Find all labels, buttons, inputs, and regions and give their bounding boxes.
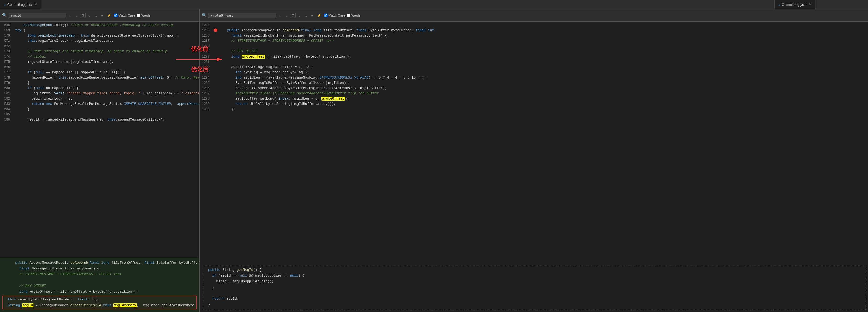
lc-577: if (null == mappedFile || mappedFile.isF…: [13, 70, 126, 75]
lc-1290: long wroteOffset = fileFromOffset + byte…: [218, 54, 351, 59]
code-line-574: 574 // global: [0, 54, 199, 59]
lc-1292: Supplier<String> msgIdSupplier = () -> {: [218, 65, 313, 70]
ln-1288: 1288: [199, 43, 213, 49]
lc-583: return new PutMessageResult(PutMessageSt…: [13, 101, 199, 106]
left-words-checkbox[interactable]: [137, 14, 140, 17]
left-search-tb3[interactable]: ↕↕: [93, 13, 98, 18]
left-bottom-line4: [0, 277, 199, 283]
left-words-option[interactable]: Words: [137, 14, 150, 17]
code-line-1289: 1289 // PHY OFFSET: [199, 49, 868, 54]
right-match-case-checkbox[interactable]: [324, 14, 328, 17]
code-line-1288: 1288: [199, 43, 868, 49]
left-bottom-lc6: long wroteOffset = fileFromOffset + byte…: [13, 289, 138, 295]
tab-row: ☕ CommitLog.java × ☕ CommitLog.java ×: [0, 0, 868, 9]
right-search-input[interactable]: [211, 13, 274, 17]
lc-1300: };: [218, 106, 235, 112]
code-line-584: 584 }: [0, 106, 199, 112]
lc-1299: return UtilAll.bytes2string(msgIdBuffer.…: [218, 101, 336, 106]
right-search-filter[interactable]: ⚡: [316, 13, 322, 18]
search-bars-row: 🔍 ↑ ↓ ⊡ ↕ ↕↕ ≡ ⚡ Match Case Words 🔍: [0, 9, 868, 22]
right-words-option[interactable]: Words: [347, 14, 360, 17]
ln-1293: 1293: [199, 70, 213, 75]
left-search-tb2[interactable]: ↕: [87, 13, 91, 18]
code-line-1297: 1297 msgIdBuffer.clear();//because socke…: [199, 91, 868, 96]
right-editor-pane: 1284 1285 🔴 public AppendMessageResult d…: [199, 22, 868, 312]
lc-568: putMessageLock.lock(); //spin or Reentra…: [13, 23, 173, 28]
lc-1289: // PHY OFFSET: [218, 49, 258, 54]
code-line-1299: 1299 return UtilAll.bytes2string(msgIdBu…: [199, 101, 868, 106]
ln-1285: 1285: [199, 28, 213, 33]
left-tab[interactable]: ☕ CommitLog.java ×: [0, 0, 41, 9]
left-bottom-lc3: // STORETIMESTAMP + STOREHOSTADDRESS + O…: [13, 272, 122, 277]
ln-578: 578: [0, 75, 13, 81]
lc-586: result = mappedFile.appendMessage(msg, t…: [13, 117, 165, 122]
lc-575: msg.setStoreTimestamp(beginLockTimestamp…: [13, 59, 114, 65]
right-tab-close[interactable]: ×: [809, 2, 811, 7]
ln-585: 585: [0, 112, 13, 117]
code-line-583: 583 return new PutMessageResult(PutMessa…: [0, 101, 199, 106]
lc-580: if (null == mappedFile) {: [13, 86, 79, 91]
left-search-bar: 🔍 ↑ ↓ ⊡ ↕ ↕↕ ≡ ⚡ Match Case Words: [0, 9, 199, 21]
code-line-585: 585: [0, 112, 199, 117]
right-search-prev[interactable]: ↑: [278, 13, 282, 18]
code-line-1291: 1291: [199, 59, 868, 65]
code-line-1287: 1287 // STORETIMESTAMP + STOREHOSTADDRES…: [199, 38, 868, 43]
ln-570: 570: [0, 33, 13, 38]
ln-573: 573: [0, 49, 13, 54]
ln-569: 569: [0, 28, 13, 33]
right-search-tb4[interactable]: ≡: [310, 13, 314, 18]
lc-584: }: [13, 106, 30, 112]
code-line-570: 570 long beginLockTimestamp = this.defau…: [0, 33, 199, 38]
left-search-prev[interactable]: ↑: [68, 13, 72, 18]
lc-1284: [218, 23, 221, 28]
left-match-case-checkbox[interactable]: [114, 14, 117, 17]
ln-583: 583: [0, 101, 13, 106]
code-line-1286: 1286 final MessageExtBrokerInner msgInne…: [199, 33, 868, 38]
marker-1288: [213, 43, 218, 49]
right-search-tb2[interactable]: ↕: [297, 13, 302, 18]
ln-584: 584: [0, 106, 13, 112]
ln-1287: 1287: [199, 38, 213, 43]
ln-577: 577: [0, 70, 13, 75]
code-line-573: 573 // Here settings are stored timestam…: [0, 49, 199, 54]
right-search-tb3[interactable]: ↕↕: [303, 13, 309, 18]
left-bottom-preview: public AppendMessageResult doAppend(fina…: [0, 258, 199, 312]
right-search-tb1[interactable]: ⊡: [290, 13, 296, 18]
right-search-input-wrapper[interactable]: [208, 12, 276, 18]
ln-1292: 1292: [199, 65, 213, 70]
lc-570: long beginLockTimestamp = this.defaultMe…: [13, 33, 179, 38]
code-line-571: 571 this.beginTimeInLock = beginLockTime…: [0, 38, 199, 43]
right-words-checkbox[interactable]: [347, 14, 350, 17]
left-search-filter[interactable]: ⚡: [106, 13, 112, 18]
code-line-1290: 1290 long wroteOffset = fileFromOffset +…: [199, 54, 868, 59]
lc-582: beginTimeInLock = 0;: [13, 96, 72, 101]
code-line-1285: 1285 🔴 public AppendMessageResult doAppe…: [199, 28, 868, 33]
left-search-next[interactable]: ↓: [74, 13, 79, 18]
right-search-next[interactable]: ↓: [284, 13, 288, 18]
left-search-tb1[interactable]: ⊡: [80, 13, 86, 18]
right-tab-label: CommitLog.java: [782, 3, 807, 6]
left-match-case-option[interactable]: Match Case: [114, 14, 135, 17]
left-bottom-lc1: public AppendMessageResult doAppend(fina…: [13, 260, 199, 266]
left-search-tb4[interactable]: ≡: [100, 13, 104, 18]
code-line-569: 569 try {: [0, 28, 199, 33]
editors-main-row: 568 putMessageLock.lock(); //spin or Ree…: [0, 22, 868, 312]
code-line-581: 581 log.error( var1: "create mapped file…: [0, 91, 199, 96]
left-tab-close[interactable]: ×: [35, 2, 37, 7]
ln-576: 576: [0, 65, 13, 70]
ln-1296: 1296: [199, 86, 213, 91]
left-bottom-line3: // STORETIMESTAMP + STOREHOSTADDRESS + O…: [0, 272, 199, 277]
right-bottom-line1: public String getMsgId() {: [204, 267, 864, 273]
right-search-bar: 🔍 ↑ ↓ ⊡ ↕ ↕↕ ≡ ⚡ Match Case Words: [199, 9, 868, 21]
right-match-case-option[interactable]: Match Case: [324, 14, 345, 17]
ln-571: 571: [0, 38, 13, 43]
right-code-area[interactable]: 1284 1285 🔴 public AppendMessageResult d…: [199, 22, 868, 262]
left-search-input[interactable]: [11, 13, 64, 17]
lc-1296: MessageExt.socketAddress2ByteBuffer(msgI…: [218, 86, 387, 91]
right-tab[interactable]: ☕ CommitLog.java ×: [774, 0, 815, 9]
lc-573: // Here settings are stored timestamp, i…: [13, 49, 167, 54]
left-code-area[interactable]: 568 putMessageLock.lock(); //spin or Ree…: [0, 22, 199, 258]
left-bottom-line2: final MessageExtBrokerInner msgInner) {: [0, 266, 199, 272]
left-search-input-wrapper[interactable]: [9, 12, 66, 18]
lc-572: [13, 43, 15, 49]
